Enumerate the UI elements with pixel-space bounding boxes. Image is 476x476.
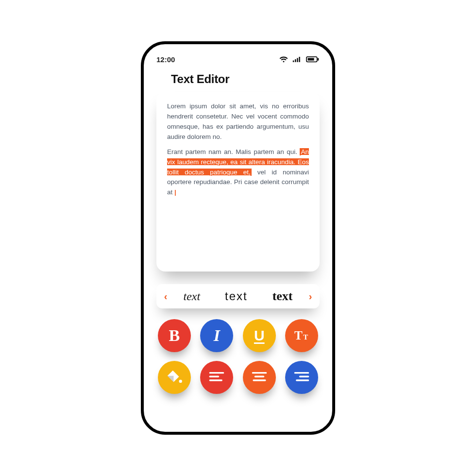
format-tools-grid: B I U TT: [157, 319, 319, 394]
align-left-button[interactable]: [200, 361, 233, 394]
font-next-button[interactable]: ›: [306, 291, 315, 302]
svg-text:T: T: [304, 333, 308, 341]
svg-rect-14: [255, 376, 264, 377]
svg-rect-6: [308, 58, 314, 60]
svg-rect-3: [299, 57, 300, 62]
italic-icon: I: [214, 326, 220, 345]
svg-rect-12: [209, 379, 222, 381]
font-option-brush[interactable]: text: [272, 289, 293, 304]
align-center-icon: [251, 371, 268, 384]
editor-card[interactable]: Lorem ipsum dolor sit amet, vis no error…: [156, 92, 320, 272]
editor-paragraph-1[interactable]: Lorem ipsum dolor sit amet, vis no error…: [167, 102, 309, 142]
svg-rect-5: [318, 58, 319, 60]
text-size-button[interactable]: TT: [285, 319, 318, 352]
status-bar: 12:00: [153, 53, 323, 66]
fill-color-button[interactable]: [158, 361, 191, 394]
bold-icon: B: [169, 326, 180, 345]
text-size-icon: TT: [292, 327, 311, 344]
signal-icon: [292, 55, 302, 63]
editor-text-before-highlight: Erant partem nam an. Malis partem an qui…: [167, 148, 300, 155]
svg-rect-15: [253, 379, 266, 381]
svg-rect-13: [252, 372, 267, 374]
editor-paragraph-2[interactable]: Erant partem nam an. Malis partem an qui…: [167, 147, 309, 198]
underline-icon: U: [254, 327, 265, 344]
bold-button[interactable]: B: [158, 319, 191, 352]
status-icons: [279, 55, 320, 63]
paint-bucket-icon: [165, 368, 184, 387]
align-right-icon: [293, 371, 310, 384]
align-center-button[interactable]: [243, 361, 276, 394]
svg-text:T: T: [294, 329, 303, 342]
page-title: Text Editor: [171, 72, 323, 86]
svg-rect-16: [294, 372, 309, 374]
screen: 12:00 Text Editor Lorem ipsum dol: [144, 44, 332, 432]
italic-button[interactable]: I: [200, 319, 233, 352]
phone-frame: 12:00 Text Editor Lorem ipsum dol: [141, 41, 335, 435]
text-caret: |: [174, 188, 176, 196]
svg-rect-2: [297, 58, 298, 62]
svg-rect-18: [296, 379, 309, 381]
battery-icon: [306, 55, 320, 63]
underline-button[interactable]: U: [243, 319, 276, 352]
align-right-button[interactable]: [285, 361, 318, 394]
align-left-icon: [208, 371, 225, 384]
font-option-light[interactable]: text: [225, 289, 248, 303]
status-time: 12:00: [156, 55, 175, 64]
svg-rect-0: [293, 61, 294, 62]
svg-point-9: [179, 380, 182, 383]
font-option-serif-italic[interactable]: text: [183, 290, 200, 303]
wifi-icon: [279, 55, 289, 63]
font-options: text text text: [171, 289, 305, 304]
svg-rect-11: [209, 376, 219, 377]
font-style-picker: ‹ text text text ›: [156, 284, 320, 308]
svg-rect-1: [295, 59, 296, 62]
svg-rect-10: [209, 372, 224, 374]
font-prev-button[interactable]: ‹: [161, 291, 170, 302]
svg-rect-17: [299, 376, 309, 377]
